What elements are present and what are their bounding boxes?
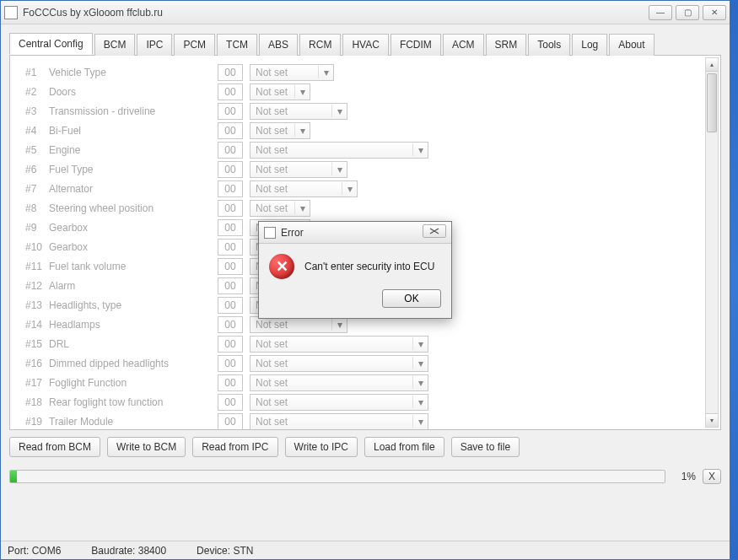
- chevron-down-icon: ▾: [412, 337, 428, 350]
- chevron-down-icon: ▾: [318, 66, 333, 78]
- hex-input[interactable]: [218, 239, 243, 256]
- dialog-titlebar: Error: [259, 222, 451, 244]
- tab-tcm[interactable]: TCM: [217, 34, 257, 56]
- row-label: DRL: [49, 338, 218, 350]
- config-row: #18Rear foglight tow functionNot set▾: [17, 392, 707, 412]
- read-from-ipc-button[interactable]: Read from IPC: [192, 437, 277, 457]
- hex-input[interactable]: [218, 83, 243, 100]
- tab-ipc[interactable]: IPC: [137, 34, 172, 56]
- hex-input[interactable]: [218, 394, 243, 411]
- value-dropdown[interactable]: Not set▾: [250, 200, 310, 217]
- scroll-up-arrow[interactable]: ▴: [706, 58, 718, 72]
- hex-input[interactable]: [218, 200, 243, 217]
- error-icon: ✕: [269, 254, 294, 279]
- value-dropdown[interactable]: Not set▾: [250, 336, 428, 353]
- row-label: Bi-Fuel: [49, 125, 218, 137]
- tab-bcm[interactable]: BCM: [94, 34, 136, 56]
- window-controls: — ▢ ✕: [649, 5, 726, 20]
- value-dropdown[interactable]: Not set▾: [250, 103, 347, 120]
- config-row: #4Bi-FuelNot set▾: [17, 121, 707, 140]
- tab-log[interactable]: Log: [572, 34, 607, 56]
- read-from-bcm-button[interactable]: Read from BCM: [9, 437, 100, 457]
- tab-strip: Central ConfigBCMIPCPCMTCMABSRCMHVACFCDI…: [9, 33, 721, 56]
- dropdown-value: Not set: [250, 183, 342, 195]
- cancel-progress-button[interactable]: X: [703, 469, 721, 484]
- row-index: #11: [17, 261, 49, 272]
- value-dropdown[interactable]: Not set▾: [250, 64, 334, 81]
- hex-input[interactable]: [218, 219, 243, 236]
- dropdown-value: Not set: [250, 319, 331, 331]
- row-label: Headlights, type: [49, 299, 218, 311]
- tab-central-config[interactable]: Central Config: [9, 33, 93, 55]
- row-index: #13: [17, 299, 49, 311]
- value-dropdown[interactable]: Not set▾: [250, 142, 428, 159]
- hex-input[interactable]: [218, 277, 243, 294]
- tab-pcm[interactable]: PCM: [174, 34, 215, 56]
- scroll-thumb[interactable]: [707, 73, 717, 132]
- chevron-down-icon: ▾: [331, 163, 347, 175]
- hex-input[interactable]: [218, 161, 243, 178]
- value-dropdown[interactable]: Not set▾: [250, 83, 310, 100]
- tab-fcdim[interactable]: FCDIM: [391, 34, 441, 56]
- row-index: #3: [17, 105, 49, 117]
- hex-input[interactable]: [218, 103, 243, 120]
- dialog-close-button[interactable]: [423, 224, 446, 238]
- value-dropdown[interactable]: Not set▾: [250, 394, 428, 411]
- hex-input[interactable]: [218, 316, 243, 333]
- hex-input[interactable]: [218, 297, 243, 314]
- tab-rcm[interactable]: RCM: [299, 34, 341, 56]
- minimize-button[interactable]: —: [649, 5, 672, 20]
- chevron-down-icon: ▾: [412, 376, 428, 389]
- hex-input[interactable]: [218, 142, 243, 159]
- hex-input[interactable]: [218, 180, 243, 197]
- scroll-down-arrow[interactable]: ▾: [706, 413, 718, 427]
- save-to-file-button[interactable]: Save to file: [451, 437, 520, 457]
- hex-input[interactable]: [218, 355, 243, 372]
- tab-acm[interactable]: ACM: [443, 34, 484, 56]
- dialog-ok-button[interactable]: OK: [382, 289, 441, 308]
- hex-input[interactable]: [218, 374, 243, 391]
- vertical-scrollbar[interactable]: ▴ ▾: [705, 57, 719, 428]
- row-label: Foglight Function: [49, 377, 218, 389]
- tab-hvac[interactable]: HVAC: [342, 34, 388, 56]
- load-from-file-button[interactable]: Load from file: [364, 437, 444, 457]
- dialog-body: ✕ Can't enter security into ECU: [259, 244, 451, 284]
- hex-input[interactable]: [218, 64, 243, 81]
- tab-about[interactable]: About: [609, 34, 654, 56]
- desktop-edge: [730, 0, 738, 560]
- row-index: #6: [17, 164, 49, 175]
- value-dropdown[interactable]: Not set▾: [250, 180, 358, 197]
- write-to-ipc-button[interactable]: Write to IPC: [285, 437, 358, 457]
- value-dropdown[interactable]: Not set▾: [250, 122, 310, 139]
- config-row: #19Trailer ModuleNot set▾: [17, 412, 707, 429]
- dialog-icon: [264, 227, 276, 239]
- hex-input[interactable]: [218, 336, 243, 353]
- dialog-footer: OK: [259, 284, 451, 318]
- hex-input[interactable]: [218, 413, 243, 430]
- close-button[interactable]: ✕: [703, 5, 726, 20]
- write-to-bcm-button[interactable]: Write to BCM: [107, 437, 186, 457]
- status-baudrate: Baudrate: 38400: [91, 545, 166, 557]
- maximize-button[interactable]: ▢: [676, 5, 699, 20]
- dropdown-value: Not set: [250, 396, 412, 408]
- row-index: #17: [17, 377, 49, 389]
- dropdown-value: Not set: [250, 358, 412, 369]
- value-dropdown[interactable]: Not set▾: [250, 161, 347, 178]
- hex-input[interactable]: [218, 258, 243, 275]
- row-index: #4: [17, 125, 49, 137]
- titlebar: FoCCCus by xGlooom ffclub.ru — ▢ ✕: [1, 1, 730, 24]
- dropdown-value: Not set: [250, 338, 412, 350]
- chevron-down-icon: ▾: [412, 396, 428, 408]
- value-dropdown[interactable]: Not set▾: [250, 413, 428, 430]
- tab-abs[interactable]: ABS: [259, 34, 298, 56]
- tab-srm[interactable]: SRM: [486, 34, 527, 56]
- row-label: Dimmed dipped headlights: [49, 358, 218, 369]
- tab-tools[interactable]: Tools: [528, 34, 570, 56]
- value-dropdown[interactable]: Not set▾: [250, 374, 428, 391]
- row-index: #1: [17, 67, 49, 78]
- row-label: Alarm: [49, 280, 218, 292]
- row-label: Fuel tank volume: [49, 261, 218, 272]
- chevron-down-icon: ▾: [412, 357, 428, 369]
- value-dropdown[interactable]: Not set▾: [250, 355, 428, 372]
- hex-input[interactable]: [218, 122, 243, 139]
